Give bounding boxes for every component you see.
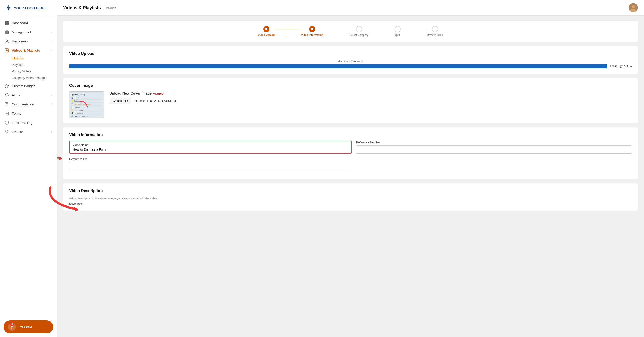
video-name-group: Video Name [69, 141, 352, 154]
sidebar-sub-item-company-video-schedule-label: Company Video Schedule [12, 76, 47, 80]
employees-chevron-icon: › [52, 40, 52, 43]
doc-icon [4, 102, 9, 107]
reference-link-input[interactable] [69, 162, 350, 170]
progress-bar-fill [69, 64, 607, 68]
documentation-chevron-icon: › [52, 103, 52, 106]
video-information-title: Video Information [69, 133, 632, 137]
sidebar-sub-item-playlists-label: Playlists [12, 63, 23, 66]
reference-number-input[interactable] [356, 145, 632, 154]
step-4-circle [394, 26, 401, 32]
grid-icon [4, 20, 9, 25]
thumbnail-row-5: 📁 Documents› [71, 109, 102, 112]
header-title-area: Videos & Playlists Libraries [63, 5, 116, 10]
step-video-upload: Video Upload [258, 26, 275, 36]
sidebar-item-employees[interactable]: Employees › [0, 36, 57, 46]
video-description-section: Video Description Add a description to t… [63, 183, 638, 211]
step-2-circle [309, 26, 315, 32]
user-avatar[interactable] [629, 3, 638, 12]
description-hint: Add a description to the video so everyo… [69, 197, 632, 200]
cover-image-row: Tyfoom Library 📹 Videos› ⭐ Badges› 📋 For… [69, 91, 632, 118]
choose-file-row: Choose File Screenshot 20...28 at 4.53.1… [110, 98, 176, 104]
sidebar-item-forms[interactable]: Forms [0, 109, 57, 118]
delete-icon [620, 65, 623, 68]
svg-marker-27 [59, 156, 62, 160]
clock-icon [4, 120, 9, 125]
choose-file-button[interactable]: Choose File [110, 98, 131, 104]
sidebar-item-forms-label: Forms [12, 112, 52, 115]
step-line-2 [323, 29, 350, 29]
sidebar-item-documentation-label: Documentation [12, 102, 49, 106]
sidebar-item-time-tracking-label: Time Tracking [12, 121, 52, 124]
video-upload-title: Video Upload [69, 51, 632, 56]
on-site-chevron-icon: › [52, 130, 52, 133]
svg-point-6 [6, 40, 8, 41]
sidebar-item-on-site-label: On-Site [12, 130, 49, 134]
step-1-label: Video Upload [258, 33, 275, 36]
steps-list: Video Upload Video Information Select Ca… [258, 26, 443, 36]
chosen-filename: Screenshot 20...28 at 4.53.13 PM [134, 99, 176, 102]
step-line-4 [401, 29, 427, 29]
sidebar-item-time-tracking[interactable]: Time Tracking [0, 118, 57, 127]
reference-link-row: Reference Link [69, 157, 632, 170]
content-area: Video Upload Video Information Select Ca… [57, 15, 644, 337]
sidebar-sub-item-company-video-schedule[interactable]: Company Video Schedule [0, 75, 57, 81]
thumbnail-row-1: 📹 Videos› [71, 96, 102, 100]
description-label: Description [69, 202, 84, 205]
sidebar-item-alerts[interactable]: Alerts › [0, 90, 57, 100]
video-name-reference-row: Video Name Reference Number [69, 141, 632, 154]
sidebar-item-alerts-label: Alerts [12, 93, 49, 97]
video-description-title: Video Description [69, 189, 632, 193]
step-5-circle [432, 26, 438, 32]
sidebar-item-management[interactable]: Management › [0, 27, 57, 36]
sidebar-item-on-site[interactable]: On-Site › [0, 127, 57, 136]
sidebar-sub-item-playlists[interactable]: Playlists [0, 61, 57, 68]
delete-button[interactable]: Delete [620, 65, 632, 68]
upload-new-cover-label: Upload New Cover Image Required* [110, 91, 176, 95]
annotation-arrow [57, 140, 68, 167]
sidebar-item-management-label: Management [12, 30, 49, 34]
thumbnail-row-6: 🎓 Certificates› [71, 112, 102, 115]
step-4-label: Quiz [395, 33, 400, 36]
svg-rect-3 [7, 23, 8, 24]
thumbnail-row-7: 🔗 External Trainings› [71, 115, 102, 118]
sidebar-sub-item-libraries[interactable]: Libraries [0, 55, 57, 61]
sidebar: YOUR LOGO HERE Dashboard Management › Em… [0, 0, 57, 337]
sidebar-item-employees-label: Employees [12, 39, 49, 43]
person-icon [4, 39, 9, 43]
page-header: Videos & Playlists Libraries [57, 0, 644, 15]
step-quiz: Quiz [394, 26, 401, 36]
upload-controls: Upload New Cover Image Required* Choose … [110, 91, 176, 104]
briefcase-icon [4, 29, 9, 34]
step-3-label: Select Category [350, 33, 368, 36]
sidebar-sub-item-priority-videos[interactable]: Priority Videos [0, 68, 57, 75]
thumbnail-row-2: ⭐ Badges› [71, 100, 102, 103]
sidebar-item-documentation[interactable]: Documentation › [0, 100, 57, 109]
logo-icon [4, 4, 12, 12]
video-upload-section: Video Upload dismiss a form.mov 100% Del… [63, 46, 638, 74]
step-1-circle [263, 26, 270, 32]
reference-number-label: Reference Number [356, 141, 632, 144]
step-select-category: Select Category [350, 26, 368, 36]
svg-marker-8 [6, 49, 8, 51]
pin-icon [4, 129, 9, 134]
video-name-input[interactable] [73, 147, 348, 151]
sidebar-sub-item-libraries-label: Libraries [12, 56, 24, 60]
sidebar-item-dashboard[interactable]: Dashboard [0, 18, 57, 27]
sidebar-navigation: Dashboard Management › Employees › Video… [0, 16, 57, 317]
page-subtitle: Libraries [104, 6, 116, 10]
main-content: Videos & Playlists Libraries Video Uploa… [57, 0, 644, 337]
cover-image-title: Cover Image [69, 83, 632, 88]
sidebar-item-videos-playlists[interactable]: Videos & Playlists ⌄ [0, 46, 57, 55]
step-line-1 [275, 29, 301, 29]
thumbnail-row-4: 📄 Policies› [71, 106, 102, 109]
svg-rect-1 [7, 21, 8, 22]
sidebar-item-custom-badges[interactable]: Custom Badges [0, 81, 57, 90]
sidebar-item-custom-badges-label: Custom Badges [12, 84, 52, 88]
tyfoom-label: TYFOOM [18, 325, 32, 329]
reference-number-group: Reference Number [356, 141, 632, 154]
sidebar-item-videos-playlists-label: Videos & Playlists [12, 48, 48, 52]
video-name-label: Video Name [73, 143, 348, 147]
svg-rect-25 [620, 65, 622, 65]
svg-rect-0 [5, 21, 6, 22]
tyfoom-button[interactable]: 14 TYFOOM [4, 320, 53, 334]
